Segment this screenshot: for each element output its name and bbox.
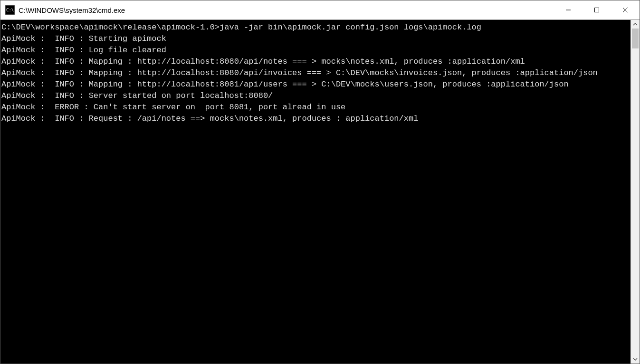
terminal-line: ApiMock : INFO : Mapping : http://localh… — [1, 56, 630, 67]
svg-text:C:\: C:\ — [6, 8, 14, 12]
terminal-output[interactable]: C:\DEV\workspace\apimock\release\apimock… — [0, 20, 630, 364]
prompt-cwd: C:\DEV\workspace\apimock\release\apimock… — [1, 23, 220, 32]
scroll-track[interactable] — [631, 29, 640, 355]
chevron-up-icon — [633, 22, 638, 27]
maximize-button[interactable] — [583, 0, 611, 19]
scroll-thumb[interactable] — [632, 29, 639, 48]
scroll-down-button[interactable] — [631, 355, 640, 364]
minimize-icon — [565, 7, 571, 13]
window-controls — [554, 0, 640, 19]
close-button[interactable] — [611, 0, 640, 19]
terminal-line: ApiMock : INFO : Server started on port … — [1, 90, 630, 102]
close-icon — [622, 7, 628, 13]
terminal-line: ApiMock : ERROR : Can't start server on … — [1, 102, 630, 113]
terminal-line: ApiMock : INFO : Mapping : http://localh… — [1, 79, 630, 90]
window-title: C:\WINDOWS\system32\cmd.exe — [19, 6, 554, 14]
terminal-line: ApiMock : INFO : Request : /api/notes ==… — [1, 113, 630, 125]
terminal-line: C:\DEV\workspace\apimock\release\apimock… — [1, 22, 630, 33]
prompt-command: java -jar bin\apimock.jar config.json lo… — [220, 23, 481, 32]
scroll-up-button[interactable] — [631, 20, 640, 29]
terminal-line: ApiMock : INFO : Mapping : http://localh… — [1, 67, 630, 79]
cmd-icon: C:\ — [5, 5, 15, 15]
terminal-line: ApiMock : INFO : Starting apimock — [1, 33, 630, 45]
chevron-down-icon — [633, 357, 638, 362]
terminal-line: ApiMock : INFO : Log file cleared — [1, 45, 630, 56]
cmd-window: C:\ C:\WINDOWS\system32\cmd.exe — [0, 0, 640, 364]
maximize-icon — [594, 7, 600, 13]
minimize-button[interactable] — [554, 0, 583, 19]
client-area: C:\DEV\workspace\apimock\release\apimock… — [0, 20, 640, 364]
titlebar[interactable]: C:\ C:\WINDOWS\system32\cmd.exe — [0, 0, 640, 20]
svg-rect-4 — [595, 8, 599, 12]
vertical-scrollbar[interactable] — [630, 20, 640, 364]
